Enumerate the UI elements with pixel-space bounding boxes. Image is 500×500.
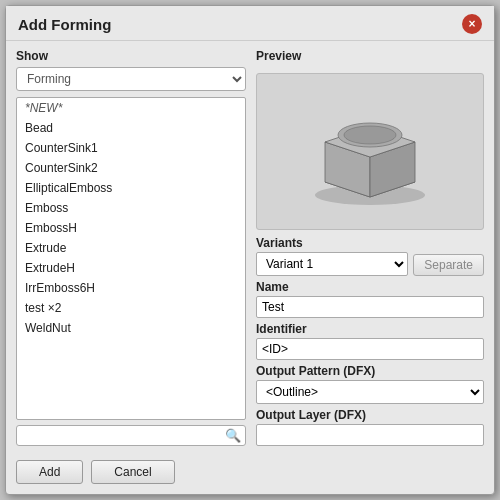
right-panel: Preview	[256, 49, 484, 446]
list-item[interactable]: ExtrudeH	[17, 258, 245, 278]
add-button[interactable]: Add	[16, 460, 83, 484]
list-item[interactable]: Emboss	[17, 198, 245, 218]
show-label: Show	[16, 49, 246, 63]
identifier-row: Identifier	[256, 322, 484, 360]
search-icon: 🔍	[225, 428, 241, 443]
name-label: Name	[256, 280, 484, 294]
separate-button[interactable]: Separate	[413, 254, 484, 276]
list-item[interactable]: EllipticalEmboss	[17, 178, 245, 198]
dialog-title: Add Forming	[18, 16, 111, 33]
list-item[interactable]: EmbossH	[17, 218, 245, 238]
list-item[interactable]: IrrEmboss6H	[17, 278, 245, 298]
preview-area	[256, 73, 484, 230]
list-item[interactable]: *NEW*	[17, 98, 245, 118]
bottom-buttons: Add Cancel	[6, 454, 494, 494]
variants-row-label: Variants Variant 1 Separate	[256, 236, 484, 276]
identifier-input[interactable]	[256, 338, 484, 360]
dialog-content: Show Forming *NEW*BeadCounterSink1Counte…	[6, 41, 494, 454]
identifier-label: Identifier	[256, 322, 484, 336]
variants-select[interactable]: Variant 1	[256, 252, 408, 276]
list-item[interactable]: WeldNut	[17, 318, 245, 338]
name-row: Name	[256, 280, 484, 318]
list-item[interactable]: CounterSink2	[17, 158, 245, 178]
svg-point-6	[344, 126, 396, 144]
output-layer-input[interactable]	[256, 424, 484, 446]
show-dropdown[interactable]: Forming	[16, 67, 246, 91]
add-forming-dialog: Add Forming × Show Forming *NEW*BeadCoun…	[5, 5, 495, 495]
preview-svg	[295, 82, 445, 222]
output-pattern-row: Output Pattern (DFX) <Outline>	[256, 364, 484, 404]
variants-controls: Variant 1 Separate	[256, 252, 484, 276]
output-pattern-label: Output Pattern (DFX)	[256, 364, 484, 378]
preview-label: Preview	[256, 49, 484, 63]
name-input[interactable]	[256, 296, 484, 318]
list-item[interactable]: Extrude	[17, 238, 245, 258]
output-layer-label: Output Layer (DFX)	[256, 408, 484, 422]
title-bar: Add Forming ×	[6, 6, 494, 41]
forming-list[interactable]: *NEW*BeadCounterSink1CounterSink2Ellipti…	[16, 97, 246, 420]
left-panel: Show Forming *NEW*BeadCounterSink1Counte…	[16, 49, 246, 446]
output-pattern-select[interactable]: <Outline>	[256, 380, 484, 404]
close-button[interactable]: ×	[462, 14, 482, 34]
form-section: Variants Variant 1 Separate Name Identi	[256, 236, 484, 446]
variants-label: Variants	[256, 236, 484, 250]
search-input[interactable]	[21, 429, 225, 443]
list-item[interactable]: test ×2	[17, 298, 245, 318]
output-layer-row: Output Layer (DFX)	[256, 408, 484, 446]
search-row: 🔍	[16, 425, 246, 446]
cancel-button[interactable]: Cancel	[91, 460, 174, 484]
list-item[interactable]: CounterSink1	[17, 138, 245, 158]
list-item[interactable]: Bead	[17, 118, 245, 138]
